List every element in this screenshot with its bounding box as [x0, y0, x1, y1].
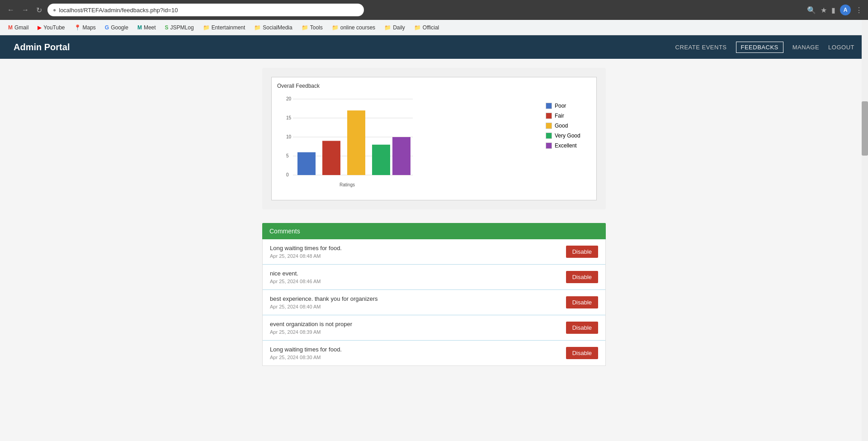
meet-icon: M [137, 24, 142, 31]
comment-item: best experience. thank you for organizer… [263, 290, 605, 315]
official-folder-icon: 📁 [414, 24, 421, 31]
bookmark-maps-label: Maps [83, 24, 96, 31]
comment-text-4: event organization is not proper [270, 321, 566, 327]
disable-button-5[interactable]: Disable [566, 347, 598, 359]
admin-header: Admin Portal CREATE EVENTS FEEDBACKS MAN… [0, 35, 868, 59]
disable-button-1[interactable]: Disable [566, 246, 598, 258]
address-bar[interactable]: ● localhost/RTEFA/admin/feedbacks.php?id… [47, 4, 364, 16]
legend-label-good: Good [555, 123, 568, 129]
bar-fair [322, 141, 340, 175]
legend-color-poor [546, 103, 552, 109]
chart-box: Overall Feedback 20 15 10 5 0 [271, 77, 597, 200]
nav-logout[interactable]: LOGOUT [828, 44, 854, 51]
comment-text-5: Long waiting times for food. [270, 346, 566, 353]
bookmark-daily-label: Daily [393, 24, 405, 31]
bookmark-entertainment-label: Entertainment [212, 24, 245, 31]
back-button[interactable]: ← [5, 4, 16, 16]
bar-verygood [372, 145, 390, 175]
svg-text:20: 20 [286, 96, 292, 101]
legend-fair: Fair [546, 113, 591, 119]
nav-manage[interactable]: MANAGE [793, 44, 819, 51]
comments-list: Long waiting times for food. Apr 25, 202… [262, 239, 606, 366]
comment-date-4: Apr 25, 2024 08:39 AM [270, 329, 566, 335]
bookmark-socialmedia-label: SocialMedia [263, 24, 292, 31]
daily-folder-icon: 📁 [384, 24, 391, 31]
bookmark-google-label: Google [111, 24, 128, 31]
nav-create-events[interactable]: CREATE EVENTS [675, 44, 727, 51]
comment-item: nice event. Apr 25, 2024 08:46 AM Disabl… [263, 265, 605, 290]
bookmark-youtube[interactable]: ▶ YouTube [34, 23, 68, 32]
search-icon[interactable]: 🔍 [807, 6, 816, 14]
svg-text:5: 5 [286, 153, 289, 158]
comment-content-4: event organization is not proper Apr 25,… [270, 321, 566, 335]
legend-color-excellent [546, 142, 552, 149]
gmail-icon: M [8, 24, 13, 31]
url-text: localhost/RTEFA/admin/feedbacks.php?id=1… [59, 7, 178, 14]
star-icon[interactable]: ★ [821, 6, 827, 14]
legend-excellent: Excellent [546, 142, 591, 149]
bookmark-jspmlog[interactable]: S JSPMLog [161, 23, 198, 32]
reload-button[interactable]: ↻ [34, 4, 44, 16]
entertainment-folder-icon: 📁 [203, 24, 210, 31]
comment-item: event organization is not proper Apr 25,… [263, 315, 605, 341]
legend-label-excellent: Excellent [555, 142, 577, 149]
legend-color-fair [546, 113, 552, 119]
chart-legend: Poor Fair Good Very Good [546, 94, 591, 194]
disable-button-2[interactable]: Disable [566, 271, 598, 283]
socialmedia-folder-icon: 📁 [254, 24, 261, 31]
bookmark-maps[interactable]: 📍 Maps [71, 23, 99, 32]
bookmark-meet[interactable]: M Meet [134, 23, 160, 32]
bar-chart-svg: 20 15 10 5 0 [277, 94, 422, 193]
browser-chrome: ← → ↻ ● localhost/RTEFA/admin/feedbacks.… [0, 0, 868, 20]
bookmark-meet-label: Meet [144, 24, 156, 31]
bookmark-daily[interactable]: 📁 Daily [381, 23, 409, 32]
legend-label-fair: Fair [555, 113, 564, 119]
legend-good: Good [546, 123, 591, 129]
bookmark-gmail[interactable]: M Gmail [5, 23, 32, 32]
forward-button[interactable]: → [20, 4, 31, 16]
menu-icon[interactable]: ⋮ [855, 6, 863, 14]
tools-folder-icon: 📁 [302, 24, 308, 31]
comment-text-1: Long waiting times for food. [270, 245, 566, 251]
comment-text-3: best experience. thank you for organizer… [270, 295, 566, 302]
bar-excellent [392, 137, 410, 175]
legend-label-poor: Poor [555, 103, 566, 109]
svg-text:Ratings: Ratings [340, 182, 355, 187]
bookmark-socialmedia[interactable]: 📁 SocialMedia [250, 23, 296, 32]
extensions-icon[interactable]: ▮ [831, 6, 835, 14]
svg-text:0: 0 [286, 172, 289, 177]
disable-button-3[interactable]: Disable [566, 296, 598, 308]
nav-feedbacks[interactable]: FEEDBACKS [736, 42, 783, 53]
maps-icon: 📍 [74, 24, 81, 31]
browser-actions: 🔍 ★ ▮ A ⋮ [807, 5, 863, 15]
scrollbar-thumb[interactable] [862, 101, 868, 156]
comment-content-1: Long waiting times for food. Apr 25, 202… [270, 245, 566, 259]
comment-content-2: nice event. Apr 25, 2024 08:46 AM [270, 270, 566, 284]
admin-nav: CREATE EVENTS FEEDBACKS MANAGE LOGOUT [675, 42, 854, 53]
comment-date-5: Apr 25, 2024 08:30 AM [270, 355, 566, 360]
chart-title: Overall Feedback [277, 83, 591, 89]
comment-text-2: nice event. [270, 270, 566, 277]
bar-good [347, 110, 365, 175]
svg-text:10: 10 [286, 134, 292, 139]
bookmark-online-courses-label: online courses [340, 24, 375, 31]
main-content: Overall Feedback 20 15 10 5 0 [0, 59, 868, 441]
legend-verygood: Very Good [546, 133, 591, 139]
disable-button-4[interactable]: Disable [566, 322, 598, 334]
bookmark-tools-label: Tools [310, 24, 323, 31]
bookmark-tools[interactable]: 📁 Tools [298, 23, 326, 32]
comment-item: Long waiting times for food. Apr 25, 202… [263, 239, 605, 265]
comments-section: Comments Long waiting times for food. Ap… [262, 223, 606, 366]
bookmarks-bar: M Gmail ▶ YouTube 📍 Maps G Google M Meet… [0, 20, 868, 35]
legend-color-verygood [546, 133, 552, 139]
bookmark-youtube-label: YouTube [43, 24, 65, 31]
google-icon: G [105, 24, 109, 31]
scrollbar-track [862, 20, 868, 441]
bookmark-google[interactable]: G Google [101, 23, 132, 32]
profile-icon[interactable]: A [840, 5, 851, 15]
bookmark-official[interactable]: 📁 Official [410, 23, 443, 32]
jspmlog-icon: S [165, 24, 169, 31]
bookmark-entertainment[interactable]: 📁 Entertainment [199, 23, 249, 32]
bar-poor [297, 152, 316, 175]
bookmark-online-courses[interactable]: 📁 online courses [328, 23, 379, 32]
